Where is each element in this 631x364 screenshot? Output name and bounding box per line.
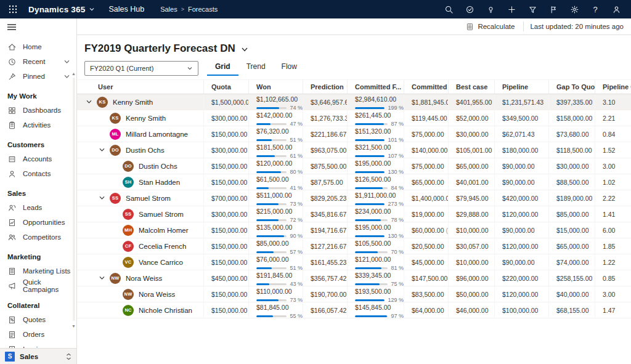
table-row[interactable]: DODustin Ochs$300,000.00$181,500.0061 %$… — [77, 142, 631, 158]
breadcrumb-sales[interactable]: Sales — [160, 6, 177, 13]
user-cell: DODustin Ochs — [77, 142, 203, 158]
sidebar-item-invoices[interactable]: Invoices — [0, 342, 76, 348]
column-header-pipeline[interactable]: Pipeline — [494, 80, 548, 94]
table-row[interactable]: SSSamuel Strom$300,000.00$215,000.0072 %… — [77, 206, 631, 222]
sidebar-item-contacts[interactable]: Contacts — [0, 166, 76, 181]
sidebar-item-home[interactable]: Home — [0, 39, 76, 54]
column-header-committed[interactable]: Committed — [404, 80, 448, 94]
period-select[interactable]: FY2020 Q1 (Current) — [84, 61, 198, 76]
table-row[interactable]: SSSamuel Strom$700,000.00$511,000.0073 %… — [77, 190, 631, 206]
won-cell-percent: 61 % — [290, 153, 303, 158]
pipeline-coverage-cell: 6.00 — [595, 222, 631, 238]
committed-cell: $147,500.00 — [404, 270, 448, 286]
user-name: Cecelia French — [139, 243, 186, 250]
breadcrumb-forecasts[interactable]: Forecasts — [188, 6, 218, 13]
account-icon[interactable] — [608, 1, 625, 17]
committed-forecast-cell: $339,345.0075 % — [347, 270, 404, 286]
column-header-prediction[interactable]: Predictionⓘ — [303, 80, 347, 94]
table-row[interactable]: MHMalcolm Homer$150,000.00$135,000.0090 … — [77, 222, 631, 238]
won-cell-percent: 80 % — [290, 169, 303, 174]
table-row[interactable]: MLMillard Lamontagne$150,000.00$76,320.0… — [77, 126, 631, 142]
sidebar-item-recent[interactable]: Recent — [0, 54, 76, 69]
column-header-best_case[interactable]: Best case — [448, 80, 494, 94]
tab-grid[interactable]: Grid — [207, 59, 238, 76]
sidebar-item-pinned[interactable]: Pinned — [0, 69, 76, 84]
sidebar-item-marketing-lists[interactable]: Marketing Lists — [0, 264, 76, 278]
prediction-cell: $875,500.00 — [303, 158, 347, 174]
column-header-gap_to_quota[interactable]: Gap To Quota — [548, 80, 595, 94]
user-name: Nora Weiss — [126, 275, 162, 282]
user-cell: SSSamuel Strom — [77, 190, 203, 206]
committed-forecast-cell-percent: 130 % — [388, 169, 404, 174]
sidebar-item-dashboards[interactable]: Dashboards — [0, 103, 76, 118]
quota-cell: $150,000.00 — [203, 286, 248, 302]
sidebar-item-opportunities[interactable]: Opportunities — [0, 215, 76, 230]
hamburger-menu-icon[interactable] — [0, 18, 76, 36]
pipeline-cell: $420,000.00 — [494, 190, 548, 206]
sidebar-scroll-up-icon[interactable]: ▲ — [71, 71, 76, 76]
app-chevron-down-icon[interactable] — [89, 6, 95, 12]
committed-forecast-cell: $105,500.0070 % — [347, 238, 404, 254]
filter-icon[interactable] — [524, 1, 541, 17]
column-header-committed_forecast[interactable]: Committed F... — [347, 80, 404, 94]
chevron-down-icon[interactable] — [63, 73, 70, 80]
settings-icon[interactable] — [566, 1, 583, 17]
add-icon[interactable] — [503, 1, 520, 17]
table-row[interactable]: NWNora Weiss$150,000.00$110,000.0073 %$1… — [77, 286, 631, 302]
row-expand-chevron-icon[interactable] — [86, 99, 97, 105]
table-row[interactable]: NCNichole Christian$150,000.00$81,845.00… — [77, 302, 631, 318]
committed-forecast-cell: $261,445.0087 % — [347, 110, 404, 126]
forecast-selector-chevron-icon[interactable] — [240, 45, 249, 54]
prediction-cell: $356,757.42 — [303, 270, 347, 286]
row-expand-chevron-icon[interactable] — [99, 275, 110, 281]
help-icon[interactable]: ? — [587, 1, 604, 17]
app-area-switcher[interactable]: S Sales — [0, 348, 76, 364]
column-header-quota[interactable]: Quota — [203, 80, 248, 94]
committed-forecast-cell-percent: 107 % — [388, 153, 404, 158]
column-header-won[interactable]: Won — [248, 80, 303, 94]
sidebar-item-competitors[interactable]: Competitors — [0, 230, 76, 245]
recalculate-button[interactable]: Recalculate — [463, 21, 517, 33]
sidebar-scroll-down-icon[interactable]: ▼ — [71, 324, 76, 328]
hub-name[interactable]: Sales Hub — [108, 5, 144, 14]
sidebar-item-quotes[interactable]: Quotes — [0, 312, 76, 327]
sidebar-item-activities[interactable]: Activities — [0, 118, 76, 132]
sidebar-item-accounts[interactable]: Accounts — [0, 152, 76, 166]
guided-help-icon[interactable] — [461, 1, 478, 17]
gap-to-quota-cell: $158,000.00 — [548, 110, 595, 126]
gap-to-quota-cell: $397,335.00 — [548, 94, 595, 110]
sidebar-scrollbar[interactable] — [73, 78, 75, 321]
pipeline-cell: $349,500.00 — [494, 110, 548, 126]
sidebar-item-orders[interactable]: Orders — [0, 327, 76, 342]
row-expand-chevron-icon[interactable] — [99, 147, 110, 153]
search-icon[interactable] — [440, 1, 457, 17]
table-row[interactable]: KSKenny Smith$1,500,000.00$1,102,665.007… — [77, 94, 631, 110]
table-row[interactable]: KSKenny Smith$300,000.00$142,000.0047 %$… — [77, 110, 631, 126]
committed-forecast-cell-progress-bar — [355, 203, 385, 205]
chevron-down-icon[interactable] — [63, 59, 70, 65]
column-header-coverage[interactable]: Pipeline Covera... — [595, 80, 631, 94]
pipeline-cell: $90,000.00 — [494, 222, 548, 238]
table-row[interactable]: VCVance Carrico$150,000.00$76,000.0051 %… — [77, 254, 631, 270]
table-row[interactable]: CFCecelia French$150,000.00$85,000.0057 … — [77, 238, 631, 254]
sidebar-item-quick-campaigns[interactable]: Quick Campaigns — [0, 278, 76, 293]
tab-trend[interactable]: Trend — [238, 59, 274, 76]
waffle-menu-icon[interactable] — [5, 1, 21, 17]
flag-icon[interactable] — [545, 1, 562, 17]
sidebar-item-leads[interactable]: Leads — [0, 200, 76, 215]
won-cell: $1,102,665.0074 % — [248, 94, 303, 110]
row-expand-chevron-icon[interactable] — [99, 195, 110, 201]
table-row[interactable]: DODustin Ochs$150,000.00$120,000.0080 %$… — [77, 158, 631, 174]
committed-forecast-cell-percent: 199 % — [388, 105, 404, 110]
tab-flow[interactable]: Flow — [274, 59, 305, 76]
column-header-user[interactable]: User — [77, 80, 203, 94]
won-cell-progress-bar — [256, 107, 287, 109]
lightbulb-icon[interactable] — [482, 1, 499, 17]
won-cell-progress-bar — [256, 299, 287, 301]
table-row[interactable]: NWNora Weiss$450,000.00$191,845.0043 %$3… — [77, 270, 631, 286]
table-row[interactable]: SHStan Hadden$150,000.00$61,500.0041 %$8… — [77, 174, 631, 190]
sidebar-item-label: Dashboards — [23, 107, 61, 114]
quota-cell: $150,000.00 — [203, 238, 248, 254]
committed-forecast-cell-progress-bar — [355, 267, 388, 269]
won-cell-percent: 57 % — [290, 249, 303, 254]
